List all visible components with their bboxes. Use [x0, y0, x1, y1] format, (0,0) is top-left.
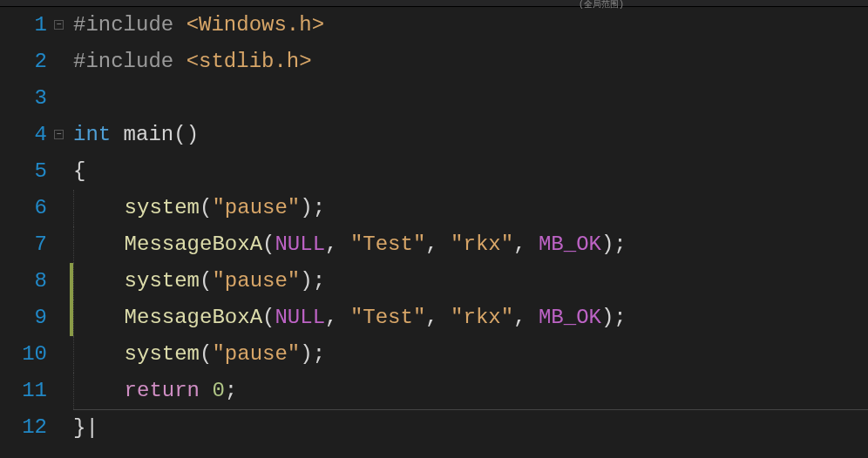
code-line: system("pause");: [73, 190, 868, 226]
line-number: 5: [0, 153, 47, 190]
top-toolbar: (全局范围): [0, 0, 868, 7]
line-number-gutter: 1 2 3 4 5 6 7 8 9 10 11 12: [0, 7, 54, 458]
line-number: 6: [0, 190, 47, 226]
fold-toggle-icon[interactable]: −: [54, 130, 64, 139]
code-line: [73, 80, 868, 117]
text-cursor: |: [85, 416, 98, 440]
line-number: 1: [0, 7, 47, 44]
line-number: 12: [0, 409, 47, 446]
code-line: int main(): [73, 117, 868, 153]
line-number: 2: [0, 44, 47, 80]
code-line: return 0;: [73, 373, 868, 409]
line-number: 7: [0, 226, 47, 263]
line-number: 4: [0, 117, 47, 153]
code-line: MessageBoxA(NULL, "Test", "rkx", MB_OK);: [73, 300, 868, 336]
code-line: {: [73, 153, 868, 190]
line-number: 9: [0, 300, 47, 336]
code-line: system("pause");: [73, 263, 868, 300]
code-line: system("pause");: [73, 336, 868, 373]
line-number: 10: [0, 336, 47, 373]
code-line: }|: [73, 409, 868, 446]
code-line: #include <Windows.h>: [73, 7, 868, 44]
code-line: #include <stdlib.h>: [73, 44, 868, 80]
line-number: 11: [0, 373, 47, 409]
code-editor[interactable]: 1 2 3 4 5 6 7 8 9 10 11 12 − − #include …: [0, 7, 868, 458]
fold-margin: − −: [54, 7, 70, 458]
fold-toggle-icon[interactable]: −: [54, 20, 64, 30]
line-number: 8: [0, 263, 47, 300]
code-line: MessageBoxA(NULL, "Test", "rkx", MB_OK);: [73, 226, 868, 263]
line-number: 3: [0, 80, 47, 117]
code-area[interactable]: #include <Windows.h> #include <stdlib.h>…: [73, 7, 868, 458]
